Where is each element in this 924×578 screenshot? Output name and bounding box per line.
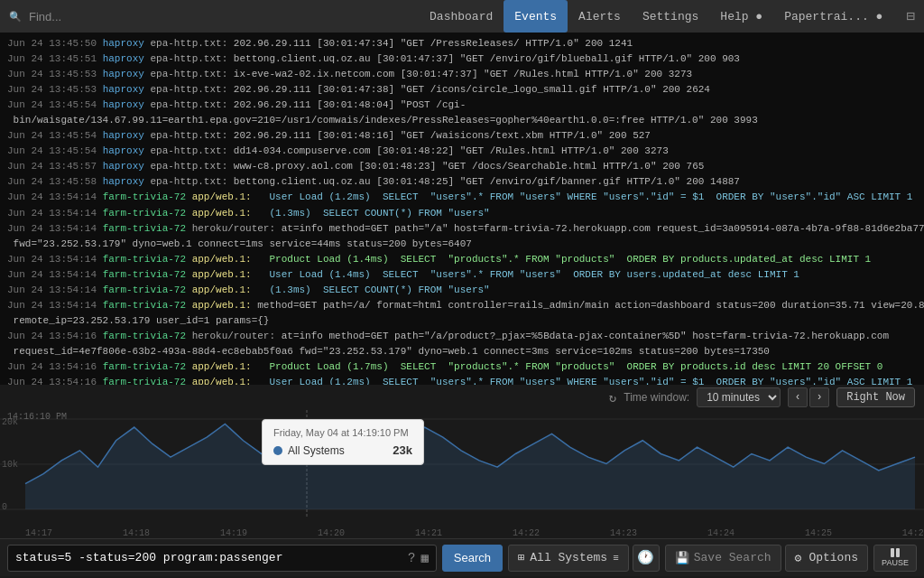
clock-button[interactable]: 🕐 [633, 545, 660, 572]
help-icon[interactable]: ? [408, 551, 415, 565]
tooltip-dot [273, 446, 282, 455]
gear-icon: ⚙ [795, 551, 802, 565]
search-input[interactable] [15, 551, 402, 564]
chart-fill-area [25, 424, 915, 509]
nav-help[interactable]: Help ● [709, 0, 773, 33]
systems-label: All Systems [530, 551, 607, 564]
log-line: Jun 24 13:54:16 farm-trivia-72 app/web.1… [7, 359, 917, 375]
chart-wrapper: 14:16:10 PM Friday, May 04 at 14:19:10 P… [0, 410, 924, 538]
log-line: remote_ip=23.252.53.179 user_id=1 params… [7, 313, 917, 329]
time-window-label: Time window: [624, 391, 689, 404]
right-now-button[interactable]: Right Now [836, 387, 915, 407]
x-axis-labels: 14:17 14:18 14:19 14:20 14:21 14:22 14:2… [25, 528, 924, 538]
search-placeholder[interactable]: Find... [29, 10, 61, 23]
nav-arrows: ‹ › [788, 387, 829, 407]
pause-icon [891, 548, 900, 557]
search-icon-top: 🔍 [9, 11, 22, 23]
log-line: Jun 24 13:54:14 farm-trivia-72 heroku/ro… [7, 221, 917, 237]
y-label-0: 0 [2, 502, 18, 512]
top-nav: 🔍 Find... Dashboard Events Alerts Settin… [0, 0, 924, 33]
nav-settings[interactable]: Settings [632, 0, 709, 33]
next-arrow[interactable]: › [809, 387, 829, 407]
nav-alerts[interactable]: Alerts [568, 0, 632, 33]
log-line: Jun 24 13:54:16 farm-trivia-72 app/web.1… [7, 375, 917, 385]
log-line: request_id=4e7f806e-63b2-493a-88d4-ec8eb… [7, 344, 917, 359]
options-label: Options [808, 551, 858, 564]
options-button[interactable]: ⚙ Options [785, 545, 868, 572]
log-line: bin/waisgate/134.67.99.11=earth1.epa.gov… [7, 113, 917, 128]
x-label-4: 14:20 [318, 528, 345, 538]
grid-icon: ⊞ [518, 551, 524, 564]
chart-section: ↻ Time window: 10 minutes 1 minute 5 min… [0, 385, 924, 538]
tooltip-value: 23k [393, 443, 412, 457]
log-line: Jun 24 13:45:58 haproxy epa-http.txt: be… [7, 174, 917, 190]
nav-items: Dashboard Events Alerts Settings Help ● … [419, 0, 893, 33]
x-label-6: 14:22 [513, 528, 540, 538]
log-line: Jun 24 13:54:14 farm-trivia-72 app/web.1… [7, 267, 917, 283]
save-icon: 💾 [675, 551, 689, 565]
y-axis: 20k 10k 0 [2, 417, 18, 512]
chart-toggle-icon[interactable]: ▦ [420, 550, 428, 565]
x-label-5: 14:21 [415, 528, 442, 538]
log-line: Jun 24 13:45:54 haproxy epa-http.txt: 20… [7, 98, 917, 113]
pause-label: PAUSE [882, 558, 909, 567]
log-line: Jun 24 13:45:54 haproxy epa-http.txt: dd… [7, 144, 917, 159]
search-input-wrap: ? ▦ [7, 545, 437, 572]
x-label-10: 14:2 [902, 528, 924, 538]
log-line: Jun 24 13:45:53 haproxy epa-http.txt: 20… [7, 82, 917, 98]
time-window-select[interactable]: 10 minutes 1 minute 5 minutes 30 minutes… [697, 387, 781, 407]
save-search-button[interactable]: 💾 Save Search [665, 545, 781, 572]
tooltip-title: Friday, May 04 at 14:19:10 PM [273, 427, 412, 438]
chart-controls: ↻ Time window: 10 minutes 1 minute 5 min… [0, 385, 924, 410]
x-label-8: 14:24 [707, 528, 735, 538]
tooltip-row: All Systems 23k [273, 443, 412, 457]
log-line: Jun 24 13:45:54 haproxy epa-http.txt: 20… [7, 128, 917, 144]
nav-events[interactable]: Events [504, 0, 568, 33]
x-label-1: 14:17 [25, 528, 52, 538]
y-label-20k: 20k [2, 417, 18, 427]
refresh-icon[interactable]: ↻ [609, 390, 616, 406]
log-line: Jun 24 13:54:14 farm-trivia-72 app/web.1… [7, 252, 917, 267]
nav-papertrai[interactable]: Papertrai... ● [773, 0, 893, 33]
prev-arrow[interactable]: ‹ [788, 387, 808, 407]
x-label-9: 14:25 [805, 528, 832, 538]
clock-icon: 🕐 [637, 549, 654, 566]
search-button[interactable]: Search [442, 545, 503, 572]
log-line: Jun 24 13:45:57 haproxy epa-http.txt: ww… [7, 159, 917, 174]
all-systems-button[interactable]: ⊞ All Systems ≡ [508, 545, 629, 572]
pause-button[interactable]: PAUSE [873, 545, 917, 572]
y-label-10k: 10k [2, 460, 18, 470]
disconnect-icon[interactable]: ⊟ [906, 7, 915, 25]
save-search-label: Save Search [694, 551, 772, 564]
log-line: Jun 24 13:54:14 farm-trivia-72 app/web.1… [7, 283, 917, 298]
log-line: Jun 24 13:54:14 farm-trivia-72 app/web.1… [7, 206, 917, 221]
log-line: Jun 24 13:45:53 haproxy epa-http.txt: ix… [7, 67, 917, 82]
log-line: Jun 24 13:45:50 haproxy epa-http.txt: 20… [7, 36, 917, 51]
log-line: Jun 24 13:54:14 farm-trivia-72 app/web.1… [7, 298, 917, 313]
bottom-bar: ? ▦ Search ⊞ All Systems ≡ 🕐 💾 Save Sear… [0, 538, 924, 576]
chart-tooltip: Friday, May 04 at 14:19:10 PM All System… [262, 419, 424, 465]
systems-menu-icon: ≡ [613, 553, 619, 564]
chart-svg [0, 410, 924, 518]
nav-dashboard[interactable]: Dashboard [419, 0, 504, 33]
x-label-2: 14:18 [123, 528, 150, 538]
tooltip-label: All Systems [288, 444, 387, 457]
log-line: Jun 24 13:54:16 farm-trivia-72 heroku/ro… [7, 329, 917, 344]
log-area: Jun 24 13:45:50 haproxy epa-http.txt: 20… [0, 33, 924, 385]
x-label-3: 14:19 [220, 528, 247, 538]
log-line: Jun 24 13:45:51 haproxy epa-http.txt: be… [7, 51, 917, 67]
x-label-7: 14:23 [610, 528, 637, 538]
log-line: fwd="23.252.53.179" dyno=web.1 connect=1… [7, 237, 917, 252]
log-line: Jun 24 13:54:14 farm-trivia-72 app/web.1… [7, 190, 917, 205]
